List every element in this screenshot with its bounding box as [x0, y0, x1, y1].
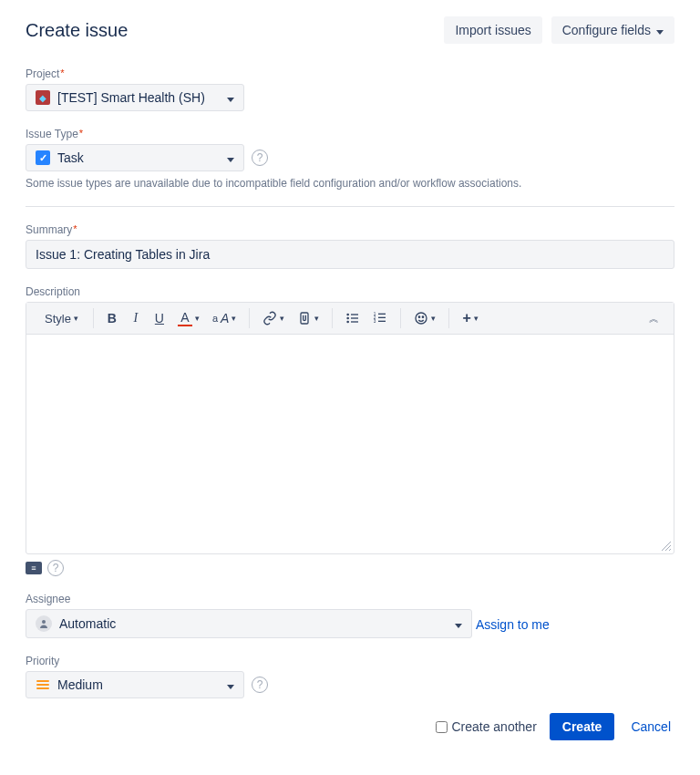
issue-type-label: Issue Type: [26, 128, 674, 140]
issue-type-select[interactable]: ✓ Task: [26, 144, 244, 171]
create-button[interactable]: Create: [550, 713, 615, 740]
project-value: [TEST] Smart Health (SH): [57, 90, 205, 105]
bold-button[interactable]: B: [101, 307, 123, 329]
svg-text:3: 3: [374, 319, 376, 324]
svg-point-1: [347, 314, 350, 316]
description-textarea[interactable]: [26, 335, 674, 553]
svg-rect-6: [351, 321, 358, 322]
svg-rect-10: [378, 317, 386, 318]
chevron-down-icon: [227, 90, 234, 105]
svg-rect-4: [351, 317, 358, 318]
cancel-button[interactable]: Cancel: [627, 713, 674, 740]
project-label: Project: [26, 67, 674, 80]
create-another-checkbox-wrap[interactable]: Create another: [436, 719, 536, 734]
chevron-down-icon: [656, 23, 664, 37]
priority-value: Medium: [57, 677, 103, 692]
visual-mode-icon[interactable]: ≡: [26, 562, 42, 574]
summary-input[interactable]: [26, 240, 674, 269]
svg-point-16: [42, 620, 46, 624]
insert-more-button[interactable]: + ▾: [457, 306, 483, 330]
text-color-button[interactable]: A ▾: [172, 306, 205, 330]
project-select[interactable]: ◆ [TEST] Smart Health (SH): [26, 84, 244, 111]
svg-point-15: [423, 316, 424, 317]
help-icon[interactable]: ?: [252, 150, 268, 166]
configure-fields-label: Configure fields: [562, 23, 651, 37]
person-icon: [36, 615, 52, 632]
description-editor: Style ▾ B I U A ▾ aA ▾: [26, 302, 674, 554]
attachment-button[interactable]: ▾: [292, 307, 324, 329]
more-formatting-button[interactable]: aA ▾: [207, 307, 242, 329]
description-label: Description: [26, 285, 674, 298]
project-avatar-icon: ◆: [36, 90, 50, 105]
task-icon: ✓: [36, 150, 50, 165]
assign-to-me-link[interactable]: Assign to me: [476, 617, 550, 632]
import-issues-label: Import issues: [455, 23, 530, 37]
chevron-down-icon: [227, 677, 234, 692]
assignee-value: Automatic: [59, 616, 116, 631]
assignee-label: Assignee: [26, 593, 674, 605]
editor-toolbar: Style ▾ B I U A ▾ aA ▾: [26, 303, 674, 335]
italic-button[interactable]: I: [125, 307, 147, 329]
summary-label: Summary: [26, 223, 674, 236]
create-another-checkbox[interactable]: [436, 721, 448, 733]
priority-medium-icon: [36, 677, 50, 692]
section-divider: [26, 206, 674, 207]
priority-label: Priority: [26, 655, 674, 667]
issue-type-hint: Some issue types are unavailable due to …: [26, 177, 674, 190]
chevron-down-icon: [455, 616, 462, 631]
help-icon[interactable]: ?: [47, 560, 64, 576]
svg-rect-0: [301, 313, 308, 324]
chevron-down-icon: [227, 150, 234, 165]
svg-rect-8: [378, 314, 386, 315]
page-title: Create issue: [26, 20, 128, 41]
svg-rect-12: [378, 321, 386, 322]
toolbar-divider: [93, 308, 94, 328]
style-label: Style: [45, 312, 71, 326]
toolbar-divider: [400, 308, 401, 328]
toolbar-divider: [249, 308, 250, 328]
underline-button[interactable]: U: [149, 307, 170, 329]
numbered-list-button[interactable]: 123: [367, 307, 393, 329]
svg-point-13: [416, 313, 427, 324]
svg-point-3: [347, 317, 350, 320]
toolbar-divider: [332, 308, 333, 328]
help-icon[interactable]: ?: [252, 677, 268, 693]
bullet-list-button[interactable]: [340, 307, 365, 329]
svg-rect-2: [351, 314, 358, 315]
emoji-button[interactable]: ▾: [408, 307, 441, 329]
toolbar-divider: [448, 308, 449, 328]
issue-type-value: Task: [57, 150, 84, 165]
style-dropdown[interactable]: Style ▾: [37, 308, 86, 329]
resize-handle-icon[interactable]: [661, 541, 672, 552]
assignee-select[interactable]: Automatic: [26, 609, 472, 638]
import-issues-button[interactable]: Import issues: [444, 16, 541, 44]
svg-point-5: [347, 321, 350, 324]
configure-fields-button[interactable]: Configure fields: [551, 16, 674, 44]
collapse-toolbar-button[interactable]: ︽: [643, 308, 668, 329]
link-button[interactable]: ▾: [257, 307, 290, 329]
create-another-label: Create another: [451, 719, 536, 734]
svg-point-14: [419, 316, 420, 317]
priority-select[interactable]: Medium: [26, 671, 244, 698]
